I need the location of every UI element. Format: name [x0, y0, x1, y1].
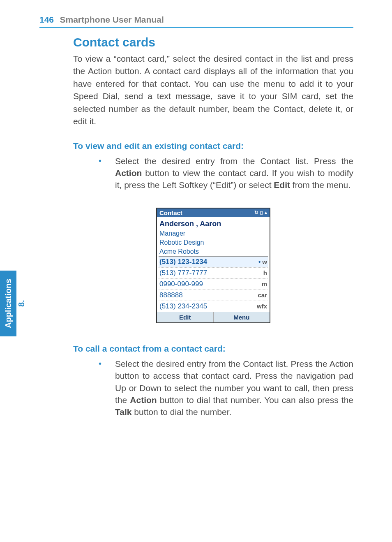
- main-content: Contact cards To view a “contact card,” …: [73, 35, 353, 435]
- phone-number-tag: car: [258, 292, 267, 299]
- subheading-view-edit: To view and edit an existing contact car…: [73, 141, 353, 151]
- bullet-text-call: Select the desired entry from the Contac…: [115, 358, 353, 418]
- phone-titlebar: Contact ↻ ▯ ▴: [157, 208, 270, 217]
- phone-screenshot: Contact ↻ ▯ ▴ Anderson , Aaron Manager R…: [156, 208, 270, 323]
- phone-number: (513) 234-2345: [159, 302, 207, 310]
- page-header: 146 Smartphone User Manual: [39, 15, 353, 28]
- phone-body: Anderson , Aaron Manager Robotic Design …: [157, 217, 270, 312]
- phone-number-tag: h: [263, 269, 267, 276]
- phone-number: 888888: [159, 291, 183, 299]
- phone-number-row[interactable]: (513) 234-2345 wfx: [159, 301, 268, 312]
- page-number: 146: [39, 15, 54, 24]
- subheading-call: To call a contact from a contact card:: [73, 344, 353, 354]
- bullet-text-view-edit: Select the desired entry from the Contac…: [115, 155, 353, 191]
- phone-number-row[interactable]: 888888 car: [159, 290, 268, 301]
- bullet-view-edit: • Select the desired entry from the Cont…: [99, 155, 353, 191]
- phone-number-tag: wfx: [257, 303, 267, 310]
- softkey-menu[interactable]: Menu: [214, 312, 270, 322]
- contact-name: Anderson , Aaron: [159, 218, 268, 229]
- section-intro: To view a “contact card,” select the des…: [73, 53, 353, 128]
- phone-number: (513) 123-1234: [159, 258, 207, 266]
- bullet-dot-icon: •: [99, 358, 115, 418]
- book-title: Smartphone User Manual: [60, 15, 164, 24]
- side-tab-number: 8.: [16, 271, 26, 336]
- phone-status-icons: ↻ ▯ ▴: [254, 210, 267, 215]
- phone-number-row[interactable]: (513) 123-1234 w: [159, 256, 268, 267]
- contact-line-company: Acme Robots: [159, 247, 268, 256]
- phone-number-row[interactable]: (513) 777-7777 h: [159, 267, 268, 278]
- phone-number: (513) 777-7777: [159, 269, 207, 277]
- phone-number-tag: m: [262, 280, 267, 287]
- phone-softkey-bar: Edit Menu: [157, 312, 270, 322]
- bullet-dot-icon: •: [99, 155, 115, 191]
- phone-number-tag: w: [258, 258, 267, 265]
- bullet-call: • Select the desired entry from the Cont…: [99, 358, 353, 418]
- sync-icon: ↻: [254, 210, 258, 215]
- phone-number-row[interactable]: 0990-090-999 m: [159, 278, 268, 290]
- phone-number: 0990-090-999: [159, 280, 203, 288]
- section-title: Contact cards: [73, 35, 353, 49]
- battery-icon: ▯: [260, 210, 263, 215]
- contact-line-dept: Robotic Design: [159, 238, 268, 247]
- side-tab-label: Applications: [0, 271, 16, 336]
- softkey-edit[interactable]: Edit: [157, 312, 214, 322]
- phone-title: Contact: [159, 209, 182, 216]
- contact-line-title: Manager: [159, 229, 268, 238]
- signal-icon: ▴: [265, 210, 267, 215]
